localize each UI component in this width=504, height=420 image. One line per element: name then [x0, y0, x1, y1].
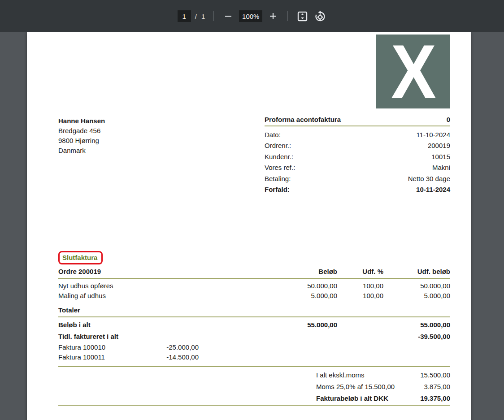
- rotate-button[interactable]: [314, 10, 326, 22]
- invoice-line-row: Faktura 100010 -25.000,00: [58, 342, 450, 352]
- page-count-label: /1: [195, 13, 206, 20]
- plus-icon: [268, 11, 278, 22]
- table-row: Maling af udhus 5.000,00 100,00 5.000,00: [58, 291, 450, 301]
- recipient-city: 9800 Hjørring: [58, 136, 105, 146]
- field-row-dato: Dato: 11-10-2024: [265, 130, 450, 140]
- zoom-in-button[interactable]: [267, 10, 279, 22]
- order-table-header: Ordre 200019 Beløb Udf. % Udf. beløb: [58, 267, 450, 279]
- annotation-highlight-box: Slutfaktura: [58, 251, 103, 264]
- table-row: Nyt udhus opføres 50.000,00 100,00 50.00…: [58, 281, 450, 291]
- page-controls: /1: [178, 10, 206, 22]
- recipient-address: Hanne Hansen Bredgade 456 9800 Hjørring …: [58, 116, 105, 156]
- minus-icon: [223, 11, 234, 22]
- toolbar-divider: [287, 11, 288, 21]
- rotate-icon: [314, 10, 326, 22]
- invoice-line-row: Faktura 100011 -14.500,00: [58, 352, 450, 362]
- field-row-vores-ref: Vores ref.: Makni: [265, 162, 450, 173]
- fit-to-page-button[interactable]: [296, 10, 308, 22]
- fit-to-page-icon: [296, 10, 308, 22]
- zoom-level-box[interactable]: 100%: [239, 10, 262, 22]
- column-header-udf-belob: Udf. beløb: [383, 267, 450, 276]
- total-amount-row: Beløb i alt 55.000,00 55.000,00: [58, 319, 450, 331]
- field-row-ordrenr: Ordrenr.: 200019: [265, 140, 450, 151]
- order-title: Ordre 200019: [58, 267, 199, 276]
- previously-invoiced-row: Tidl. faktureret i alt -39.500,00: [58, 331, 450, 342]
- order-table: Ordre 200019 Beløb Udf. % Udf. beløb Nyt…: [58, 267, 450, 406]
- field-row-betaling: Betaling: Netto 30 dage: [265, 173, 450, 184]
- recipient-name: Hanne Hansen: [58, 116, 105, 126]
- field-row-kundenr: Kundenr.: 10015: [265, 152, 450, 162]
- page-number-input[interactable]: [178, 10, 191, 22]
- recipient-country: Danmark: [58, 146, 105, 156]
- summary-row-total: Fakturabeløb i alt DKK 19.375,00: [58, 393, 450, 404]
- logo-letter: X: [391, 33, 434, 109]
- column-header-belob: Beløb: [199, 267, 337, 276]
- invoice-header-title: Proforma acontofaktura: [265, 116, 341, 123]
- totals-heading: Totaler: [58, 306, 450, 317]
- company-logo: X: [376, 35, 450, 108]
- summary-divider-line: [58, 366, 450, 367]
- toolbar-divider: [213, 11, 214, 21]
- section-title-slutfaktura: Slutfaktura: [62, 254, 97, 261]
- bottom-line: [58, 405, 450, 406]
- pdf-page: X Hanne Hansen Bredgade 456 9800 Hjørrin…: [27, 32, 471, 420]
- column-header-udf-pct: Udf. %: [337, 267, 383, 276]
- summary-row-vat: Moms 25,0% af 15.500,00 3.875,00: [58, 381, 450, 393]
- summary-row-excl-vat: I alt ekskl.moms 15.500,00: [58, 369, 450, 381]
- invoice-header: Proforma acontofaktura 0 Dato: 11-10-202…: [265, 116, 450, 195]
- recipient-street: Bredgade 456: [58, 126, 105, 136]
- field-row-forfald: Forfald: 10-11-2024: [265, 184, 450, 195]
- pdf-toolbar: /1 100%: [0, 0, 504, 32]
- zoom-out-button[interactable]: [222, 10, 235, 22]
- invoice-header-number: 0: [447, 116, 450, 123]
